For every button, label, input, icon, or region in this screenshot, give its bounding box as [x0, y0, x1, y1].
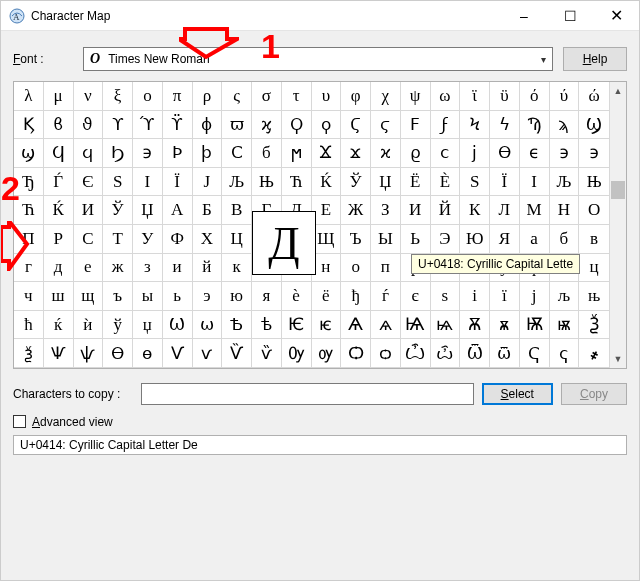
char-cell[interactable]: а	[520, 225, 550, 254]
char-cell[interactable]: э	[193, 282, 223, 311]
char-cell[interactable]: ϖ	[222, 111, 252, 140]
char-cell[interactable]: ϙ	[312, 111, 342, 140]
char-cell[interactable]: λ	[14, 82, 44, 111]
char-cell[interactable]: Ѩ	[401, 311, 431, 340]
char-cell[interactable]: Ѓ	[44, 168, 74, 197]
char-cell[interactable]: ѻ	[371, 339, 401, 368]
char-cell[interactable]: З	[371, 196, 401, 225]
char-cell[interactable]: ο	[133, 82, 163, 111]
char-cell[interactable]: ѯ	[14, 339, 44, 368]
char-cell[interactable]: ы	[133, 282, 163, 311]
char-cell[interactable]: ό	[520, 82, 550, 111]
char-cell[interactable]: й	[193, 254, 223, 283]
char-cell[interactable]: Ќ	[312, 168, 342, 197]
char-cell[interactable]: ъ	[103, 282, 133, 311]
select-button[interactable]: Select	[482, 383, 553, 405]
char-cell[interactable]: Ϸ	[163, 139, 193, 168]
char-cell[interactable]: ϛ	[371, 111, 401, 140]
char-cell[interactable]: ѐ	[282, 282, 312, 311]
char-cell[interactable]: ν	[74, 82, 104, 111]
char-cell[interactable]: ѭ	[550, 311, 580, 340]
char-cell[interactable]: Ϫ	[312, 139, 342, 168]
char-cell[interactable]: ц	[579, 254, 609, 283]
char-cell[interactable]: ϵ	[520, 139, 550, 168]
char-cell[interactable]: Љ	[222, 168, 252, 197]
char-cell[interactable]: Ў	[103, 196, 133, 225]
char-cell[interactable]: ϱ	[401, 139, 431, 168]
char-cell[interactable]: Ї	[490, 168, 520, 197]
char-cell[interactable]: Ѫ	[460, 311, 490, 340]
char-cell[interactable]: є	[401, 282, 431, 311]
char-cell[interactable]: Ю	[460, 225, 490, 254]
char-cell[interactable]: Ѯ	[579, 311, 609, 340]
char-cell[interactable]: Ϝ	[401, 111, 431, 140]
char-cell[interactable]: S	[460, 168, 490, 197]
char-cell[interactable]: ћ	[14, 311, 44, 340]
char-cell[interactable]: Ѥ	[282, 311, 312, 340]
close-button[interactable]: ✕	[593, 1, 639, 31]
char-cell[interactable]: і	[460, 282, 490, 311]
char-cell[interactable]: ϐ	[44, 111, 74, 140]
minimize-button[interactable]: –	[501, 1, 547, 31]
char-cell[interactable]: Ѕ	[103, 168, 133, 197]
char-cell[interactable]: Ѷ	[222, 339, 252, 368]
char-cell[interactable]: њ	[579, 282, 609, 311]
char-cell[interactable]: ϰ	[371, 139, 401, 168]
char-cell[interactable]: ϣ	[14, 139, 44, 168]
char-cell[interactable]: φ	[341, 82, 371, 111]
char-cell[interactable]: μ	[44, 82, 74, 111]
char-cell[interactable]: Ж	[341, 196, 371, 225]
char-cell[interactable]: ώ	[579, 82, 609, 111]
char-cell[interactable]: Ј	[193, 168, 223, 197]
char-cell[interactable]: Ϥ	[44, 139, 74, 168]
char-cell[interactable]: Т	[103, 225, 133, 254]
char-cell[interactable]: ϶	[550, 139, 580, 168]
char-cell[interactable]: Ѧ	[341, 311, 371, 340]
char-cell[interactable]: ϶	[133, 139, 163, 168]
char-cell[interactable]: Ϙ	[282, 111, 312, 140]
char-cell[interactable]: І	[133, 168, 163, 197]
char-cell[interactable]: ѽ	[431, 339, 461, 368]
char-cell[interactable]: ѝ	[74, 311, 104, 340]
char-cell[interactable]: Ѻ	[341, 339, 371, 368]
char-cell[interactable]: И	[74, 196, 104, 225]
char-cell[interactable]: Э	[431, 225, 461, 254]
char-cell[interactable]: и	[163, 254, 193, 283]
char-cell[interactable]: к	[222, 254, 252, 283]
char-cell[interactable]: χ	[371, 82, 401, 111]
char-cell[interactable]: ђ	[341, 282, 371, 311]
char-cell[interactable]: д	[44, 254, 74, 283]
char-cell[interactable]: Ћ	[14, 196, 44, 225]
char-cell[interactable]: Ϟ	[460, 111, 490, 140]
char-cell[interactable]: ҂	[579, 339, 609, 368]
char-cell[interactable]: ѣ	[252, 311, 282, 340]
char-cell[interactable]: ѡ	[193, 311, 223, 340]
char-cell[interactable]: Ѵ	[163, 339, 193, 368]
char-cell[interactable]: щ	[74, 282, 104, 311]
char-cell[interactable]: Я	[490, 225, 520, 254]
char-cell[interactable]: ѩ	[431, 311, 461, 340]
char-cell[interactable]: Ϛ	[341, 111, 371, 140]
char-cell[interactable]: ϶	[579, 139, 609, 168]
copy-button[interactable]: Copy	[561, 383, 627, 405]
char-cell[interactable]: Ѽ	[401, 339, 431, 368]
scroll-down-icon[interactable]: ▼	[610, 351, 626, 368]
char-cell[interactable]: Њ	[252, 168, 282, 197]
char-cell[interactable]: ϡ	[550, 111, 580, 140]
char-cell[interactable]: ύ	[550, 82, 580, 111]
char-cell[interactable]: ϫ	[341, 139, 371, 168]
char-cell[interactable]: Ў	[341, 168, 371, 197]
char-cell[interactable]: ю	[222, 282, 252, 311]
char-cell[interactable]: ь	[163, 282, 193, 311]
char-cell[interactable]: ϋ	[490, 82, 520, 111]
char-cell[interactable]: ў	[103, 311, 133, 340]
char-cell[interactable]: ϟ	[490, 111, 520, 140]
char-cell[interactable]: ш	[44, 282, 74, 311]
char-cell[interactable]: Ѡ	[163, 311, 193, 340]
char-cell[interactable]: г	[14, 254, 44, 283]
char-cell[interactable]: ϸ	[193, 139, 223, 168]
char-cell[interactable]: О	[579, 196, 609, 225]
char-cell[interactable]: Н	[550, 196, 580, 225]
char-cell[interactable]: е	[74, 254, 104, 283]
char-cell[interactable]: Ы	[371, 225, 401, 254]
